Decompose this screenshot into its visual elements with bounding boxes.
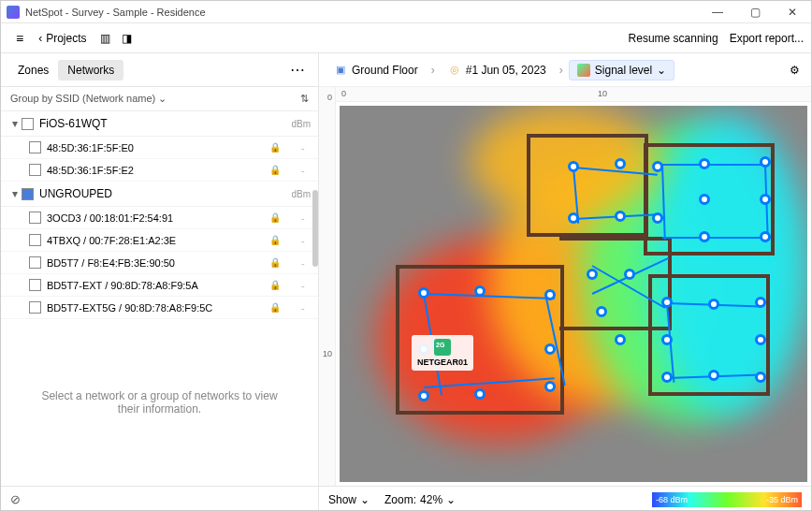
- network-item[interactable]: BD5T7-EXT / 90:8D:78:A8:F9:5A🔒-: [1, 274, 318, 297]
- filter-icon[interactable]: ⚙: [786, 60, 804, 80]
- more-icon[interactable]: ⋯: [284, 59, 311, 80]
- survey-point[interactable]: [568, 161, 579, 172]
- item-checkbox[interactable]: [29, 301, 41, 314]
- close-button[interactable]: ✕: [774, 6, 811, 19]
- item-name: BD5T7-EXT5G / 90:8D:78:A8:F9:5C: [47, 302, 212, 314]
- survey-point[interactable]: [755, 334, 766, 345]
- empty-message: Select a network or a group of networks …: [1, 319, 318, 486]
- crumb-floor[interactable]: ▣Ground Floor: [326, 61, 426, 80]
- maximize-button[interactable]: ▢: [736, 6, 774, 19]
- survey-point[interactable]: [661, 334, 673, 345]
- network-list: ▾ FiOS-61WQT dBm 48:5D:36:1F:5F:E0🔒- 48:…: [1, 111, 318, 319]
- survey-point[interactable]: [596, 306, 607, 317]
- lock-icon: 🔒: [269, 302, 281, 313]
- collapse-icon[interactable]: ▾: [8, 187, 22, 200]
- group-by-dropdown[interactable]: Group by SSID (Network name) ⌄: [10, 93, 167, 105]
- survey-point[interactable]: [760, 194, 771, 205]
- export-report-button[interactable]: Export report...: [730, 32, 804, 45]
- survey-point[interactable]: [624, 269, 635, 280]
- item-checkbox[interactable]: [29, 141, 41, 153]
- survey-point[interactable]: [755, 372, 766, 383]
- network-group[interactable]: ▾ UNGROUPED dBm: [1, 182, 318, 207]
- survey-point[interactable]: [708, 370, 719, 381]
- survey-point[interactable]: [661, 372, 673, 383]
- history-icon[interactable]: ⊘: [10, 492, 21, 506]
- chevron-right-icon: ›: [431, 64, 435, 77]
- survey-point[interactable]: [760, 231, 771, 242]
- sort-icon[interactable]: ⇅: [300, 93, 309, 105]
- survey-point[interactable]: [699, 158, 710, 169]
- survey-point[interactable]: [615, 334, 626, 345]
- zoom-dropdown[interactable]: Zoom: 42% ⌄: [384, 493, 456, 506]
- lock-icon: 🔒: [269, 257, 281, 268]
- back-button[interactable]: ‹ Projects: [31, 28, 94, 49]
- visualization-dropdown[interactable]: Signal level⌄: [569, 60, 674, 80]
- item-name: 48:5D:36:1F:5F:E2: [47, 165, 134, 176]
- network-item[interactable]: 3OCD3 / 00:18:01:F2:54:91🔒-: [1, 207, 318, 229]
- panel-icon[interactable]: ◨: [116, 28, 138, 49]
- survey-point[interactable]: [568, 212, 579, 224]
- chevron-down-icon: ⌄: [360, 493, 370, 506]
- item-checkbox[interactable]: [29, 212, 41, 224]
- group-checkbox[interactable]: [22, 188, 34, 200]
- survey-point[interactable]: [699, 231, 710, 242]
- lock-icon: 🔒: [269, 212, 281, 223]
- survey-point[interactable]: [708, 299, 719, 310]
- chevron-down-icon: ⌄: [657, 64, 666, 77]
- ruler-vertical: 0 10: [319, 87, 336, 486]
- snapshot-icon: ◎: [448, 64, 461, 77]
- network-item[interactable]: 4TBXQ / 00:7F:28:E1:A2:3E🔒-: [1, 229, 318, 252]
- survey-point[interactable]: [544, 381, 556, 392]
- survey-point[interactable]: [418, 287, 429, 299]
- survey-point[interactable]: [661, 297, 673, 308]
- survey-point[interactable]: [615, 211, 626, 222]
- collapse-icon[interactable]: ▾: [8, 117, 22, 130]
- sidebar: Zones Networks ⋯ Group by SSID (Network …: [1, 53, 319, 486]
- wifi-icon: [434, 339, 451, 356]
- item-checkbox[interactable]: [29, 164, 41, 176]
- resume-scanning-button[interactable]: Resume scanning: [629, 32, 718, 45]
- group-checkbox[interactable]: [22, 118, 34, 130]
- network-group[interactable]: ▾ FiOS-61WQT dBm: [1, 111, 318, 137]
- heatmap-icon: [577, 64, 590, 77]
- group-name: FiOS-61WQT: [39, 117, 108, 130]
- item-checkbox[interactable]: [29, 256, 41, 269]
- unit-label: dBm: [291, 189, 311, 199]
- survey-point[interactable]: [652, 161, 663, 172]
- item-name: BD5T7 / F8:E4:FB:3E:90:50: [47, 257, 175, 269]
- scrollbar[interactable]: [312, 190, 318, 267]
- menu-icon[interactable]: ≡: [8, 27, 31, 50]
- app-icon: [7, 6, 20, 19]
- minimize-button[interactable]: —: [699, 6, 736, 19]
- survey-point[interactable]: [544, 343, 556, 355]
- survey-point[interactable]: [587, 269, 598, 280]
- lock-icon: 🔒: [269, 165, 281, 175]
- survey-point[interactable]: [615, 158, 626, 169]
- survey-point[interactable]: [755, 297, 766, 308]
- item-checkbox[interactable]: [29, 234, 41, 246]
- survey-point[interactable]: [474, 388, 486, 400]
- group-name: UNGROUPED: [39, 187, 112, 200]
- survey-point[interactable]: [474, 285, 486, 297]
- back-label: Projects: [46, 32, 86, 45]
- network-item[interactable]: BD5T7-EXT5G / 90:8D:78:A8:F9:5C🔒-: [1, 297, 318, 319]
- tab-zones[interactable]: Zones: [8, 60, 58, 80]
- survey-point[interactable]: [544, 289, 556, 300]
- network-item[interactable]: 48:5D:36:1F:5F:E2🔒-: [1, 159, 318, 182]
- survey-point[interactable]: [652, 212, 663, 224]
- item-name: 3OCD3 / 00:18:01:F2:54:91: [47, 212, 173, 224]
- access-point-label[interactable]: NETGEAR01: [412, 335, 473, 371]
- network-item[interactable]: BD5T7 / F8:E4:FB:3E:90:50🔒-: [1, 252, 318, 274]
- survey-canvas[interactable]: NETGEAR01: [340, 106, 807, 482]
- item-name: BD5T7-EXT / 90:8D:78:A8:F9:5A: [47, 280, 198, 291]
- survey-point[interactable]: [760, 156, 771, 168]
- signal-legend: -68 dBm -35 dBm: [652, 492, 802, 507]
- layout-icon[interactable]: ▥: [94, 28, 116, 49]
- tab-networks[interactable]: Networks: [58, 60, 123, 80]
- survey-point[interactable]: [699, 194, 710, 205]
- item-checkbox[interactable]: [29, 279, 41, 291]
- crumb-snapshot[interactable]: ◎#1 Jun 05, 2023: [441, 61, 554, 80]
- network-item[interactable]: 48:5D:36:1F:5F:E0🔒-: [1, 137, 318, 159]
- show-dropdown[interactable]: Show ⌄: [328, 493, 370, 506]
- survey-point[interactable]: [418, 390, 429, 402]
